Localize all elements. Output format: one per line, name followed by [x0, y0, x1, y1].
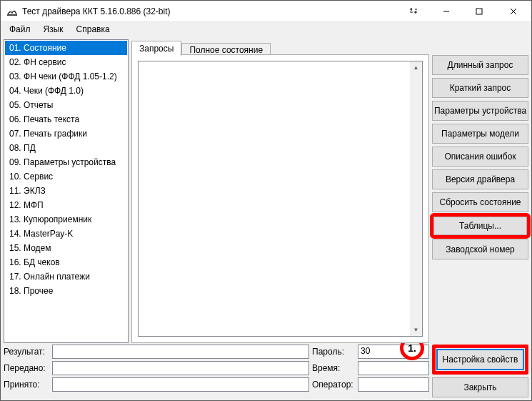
tables-highlight: Таблицы... [432, 215, 528, 237]
sidebar-item[interactable]: 13. Купюроприемник [5, 212, 127, 227]
settings-button[interactable]: Настройка свойств [437, 350, 523, 370]
menu-help[interactable]: Справка [71, 24, 116, 35]
sidebar[interactable]: 01. Состояние02. ФН сервис03. ФН чеки (Ф… [4, 39, 129, 343]
menubar: Файл Язык Справка [1, 22, 531, 36]
received-field[interactable] [52, 377, 309, 392]
time-label: Время: [312, 363, 355, 373]
tab-requests[interactable]: Запросы [131, 41, 181, 56]
window-title: Тест драйвера ККТ 5.16.0.886 (32-bit) [22, 6, 171, 16]
long-request-button[interactable]: Длинный запрос [432, 55, 528, 75]
lower-right-panel: 1. Настройка свойств Закрыть [432, 345, 528, 397]
tab-strip: Запросы Полное состояние [131, 39, 429, 55]
reset-state-button[interactable]: Сбросить состояние [432, 192, 528, 212]
svg-rect-1 [476, 9, 482, 14]
sidebar-item[interactable]: 11. ЭКЛЗ [5, 184, 127, 198]
lower-area: Результат: Пароль: 30 Передано: Время: П… [4, 345, 528, 397]
output-textarea[interactable]: ▲ ▼ [138, 61, 423, 337]
minimize-button[interactable] [430, 1, 463, 22]
operator-field[interactable] [358, 377, 429, 392]
compat-icon [397, 1, 430, 22]
model-params-button[interactable]: Параметры модели [432, 124, 528, 144]
scroll-down-icon[interactable]: ▼ [410, 324, 422, 336]
sidebar-item[interactable]: 12. МФП [5, 198, 127, 212]
sidebar-item[interactable]: 06. Печать текста [5, 112, 127, 127]
tables-button[interactable]: Таблицы... [433, 217, 527, 235]
sent-label: Передано: [4, 363, 49, 373]
scrollbar[interactable]: ▲ ▼ [410, 61, 422, 336]
right-panel: Длинный запрос Краткий запрос Параметры … [432, 39, 528, 343]
scroll-up-icon[interactable]: ▲ [410, 61, 422, 74]
sidebar-item[interactable]: 16. БД чеков [5, 255, 127, 269]
upper-area: 01. Состояние02. ФН сервис03. ФН чеки (Ф… [4, 39, 528, 343]
result-label: Результат: [4, 347, 49, 357]
received-label: Принято: [4, 380, 49, 390]
menu-lang[interactable]: Язык [38, 24, 69, 35]
device-params-button[interactable]: Параметры устройства [432, 101, 528, 121]
time-field[interactable] [358, 361, 429, 375]
sidebar-item[interactable]: 18. Прочее [5, 284, 127, 298]
body: 01. Состояние02. ФН сервис03. ФН чеки (Ф… [1, 36, 531, 400]
password-label: Пароль: [312, 347, 355, 357]
driver-version-button[interactable]: Версия драйвера [432, 169, 528, 189]
tab-page: ▲ ▼ [131, 54, 429, 343]
sidebar-item[interactable]: 17. Онлайн платежи [5, 269, 127, 284]
svg-rect-0 [7, 14, 17, 16]
sidebar-item[interactable]: 01. Состояние [5, 41, 127, 55]
sidebar-item[interactable]: 04. Чеки (ФФД 1.0) [5, 84, 127, 98]
annotation-marker-1-label: 1. [408, 342, 416, 354]
sidebar-item[interactable]: 02. ФН сервис [5, 55, 127, 69]
sidebar-item[interactable]: 15. Модем [5, 241, 127, 255]
sidebar-item[interactable]: 14. MasterPay-K [5, 227, 127, 241]
operator-label: Оператор: [312, 380, 355, 390]
tab-container: Запросы Полное состояние ▲ ▼ [131, 39, 429, 343]
titlebar: Тест драйвера ККТ 5.16.0.886 (32-bit) [1, 1, 531, 22]
sidebar-item[interactable]: 03. ФН чеки (ФФД 1.05-1.2) [5, 69, 127, 84]
status-grid: Результат: Пароль: 30 Передано: Время: П… [4, 345, 429, 392]
short-request-button[interactable]: Краткий запрос [432, 78, 528, 98]
sidebar-item[interactable]: 10. Сервис [5, 169, 127, 184]
factory-number-button[interactable]: Заводской номер [432, 239, 528, 259]
sent-field[interactable] [52, 361, 309, 375]
sidebar-item[interactable]: 05. Отчеты [5, 98, 127, 112]
settings-highlight: Настройка свойств [432, 345, 528, 375]
sidebar-item[interactable]: 08. ПД [5, 141, 127, 155]
menu-file[interactable]: Файл [4, 24, 36, 35]
close-app-button[interactable]: Закрыть [432, 377, 528, 397]
sidebar-item[interactable]: 07. Печать графики [5, 127, 127, 141]
error-desc-button[interactable]: Описания ошибок [432, 147, 528, 167]
result-field[interactable] [52, 345, 309, 359]
app-icon [6, 6, 18, 17]
close-button[interactable] [496, 1, 531, 22]
app-window: Тест драйвера ККТ 5.16.0.886 (32-bit) Фа… [0, 0, 532, 401]
maximize-button[interactable] [463, 1, 496, 22]
sidebar-item[interactable]: 09. Параметры устройства [5, 155, 127, 169]
